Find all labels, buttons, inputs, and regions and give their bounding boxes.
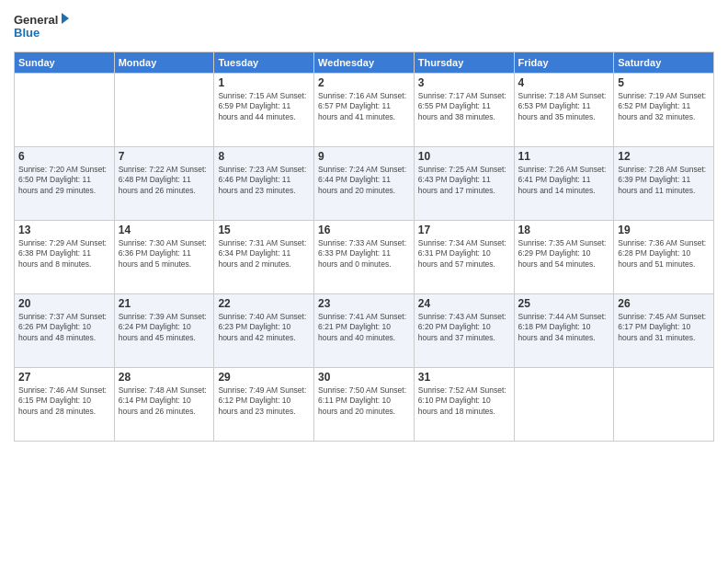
day-info: Sunrise: 7:34 AM Sunset: 6:31 PM Dayligh… xyxy=(418,238,510,270)
logo: General Blue xyxy=(14,9,69,46)
day-info: Sunrise: 7:46 AM Sunset: 6:15 PM Dayligh… xyxy=(18,385,110,417)
day-number: 6 xyxy=(18,150,110,163)
day-number: 30 xyxy=(318,371,410,384)
col-header-wednesday: Wednesday xyxy=(314,52,415,74)
svg-marker-2 xyxy=(62,13,69,24)
day-info: Sunrise: 7:29 AM Sunset: 6:38 PM Dayligh… xyxy=(18,238,110,270)
day-info: Sunrise: 7:40 AM Sunset: 6:23 PM Dayligh… xyxy=(218,312,310,343)
day-cell: 4Sunrise: 7:18 AM Sunset: 6:53 PM Daylig… xyxy=(514,74,614,147)
day-info: Sunrise: 7:37 AM Sunset: 6:26 PM Dayligh… xyxy=(18,312,110,343)
day-number: 24 xyxy=(418,297,510,310)
day-number: 8 xyxy=(218,150,310,163)
day-number: 14 xyxy=(119,224,210,236)
day-info: Sunrise: 7:25 AM Sunset: 6:43 PM Dayligh… xyxy=(418,165,510,196)
header: General Blue xyxy=(14,9,714,46)
day-number: 19 xyxy=(618,224,710,236)
day-info: Sunrise: 7:39 AM Sunset: 6:24 PM Dayligh… xyxy=(119,312,210,343)
day-info: Sunrise: 7:26 AM Sunset: 6:41 PM Dayligh… xyxy=(518,165,610,196)
day-cell: 19Sunrise: 7:36 AM Sunset: 6:28 PM Dayli… xyxy=(614,221,714,294)
day-number: 15 xyxy=(218,224,310,236)
day-number: 23 xyxy=(318,297,410,310)
day-cell: 31Sunrise: 7:52 AM Sunset: 6:10 PM Dayli… xyxy=(414,368,514,442)
day-cell: 10Sunrise: 7:25 AM Sunset: 6:43 PM Dayli… xyxy=(414,147,514,221)
day-number: 10 xyxy=(418,150,510,163)
col-header-thursday: Thursday xyxy=(414,52,514,74)
svg-text:Blue: Blue xyxy=(14,26,40,40)
day-cell xyxy=(114,74,214,147)
day-info: Sunrise: 7:28 AM Sunset: 6:39 PM Dayligh… xyxy=(618,165,710,196)
day-cell: 24Sunrise: 7:43 AM Sunset: 6:20 PM Dayli… xyxy=(414,294,514,368)
day-cell: 8Sunrise: 7:23 AM Sunset: 6:46 PM Daylig… xyxy=(214,147,314,221)
day-cell: 5Sunrise: 7:19 AM Sunset: 6:52 PM Daylig… xyxy=(614,74,714,147)
day-info: Sunrise: 7:52 AM Sunset: 6:10 PM Dayligh… xyxy=(418,385,510,417)
week-row-4: 20Sunrise: 7:37 AM Sunset: 6:26 PM Dayli… xyxy=(15,294,714,368)
day-info: Sunrise: 7:23 AM Sunset: 6:46 PM Dayligh… xyxy=(218,165,310,196)
week-row-3: 13Sunrise: 7:29 AM Sunset: 6:38 PM Dayli… xyxy=(15,221,714,294)
day-number: 20 xyxy=(18,297,110,310)
day-info: Sunrise: 7:48 AM Sunset: 6:14 PM Dayligh… xyxy=(119,385,210,417)
day-cell: 17Sunrise: 7:34 AM Sunset: 6:31 PM Dayli… xyxy=(414,221,514,294)
day-number: 13 xyxy=(18,224,110,236)
day-cell: 11Sunrise: 7:26 AM Sunset: 6:41 PM Dayli… xyxy=(514,147,614,221)
day-cell: 28Sunrise: 7:48 AM Sunset: 6:14 PM Dayli… xyxy=(114,368,214,442)
day-cell: 23Sunrise: 7:41 AM Sunset: 6:21 PM Dayli… xyxy=(314,294,415,368)
day-number: 25 xyxy=(518,297,610,310)
col-header-sunday: Sunday xyxy=(15,52,115,74)
week-row-2: 6Sunrise: 7:20 AM Sunset: 6:50 PM Daylig… xyxy=(15,147,714,221)
day-number: 4 xyxy=(518,76,610,89)
day-cell: 22Sunrise: 7:40 AM Sunset: 6:23 PM Dayli… xyxy=(214,294,314,368)
day-cell: 18Sunrise: 7:35 AM Sunset: 6:29 PM Dayli… xyxy=(514,221,614,294)
day-cell: 20Sunrise: 7:37 AM Sunset: 6:26 PM Dayli… xyxy=(15,294,115,368)
day-info: Sunrise: 7:16 AM Sunset: 6:57 PM Dayligh… xyxy=(318,91,410,122)
day-number: 28 xyxy=(119,371,210,384)
day-info: Sunrise: 7:41 AM Sunset: 6:21 PM Dayligh… xyxy=(318,312,410,343)
day-cell xyxy=(614,368,714,442)
day-number: 27 xyxy=(18,371,110,384)
day-info: Sunrise: 7:31 AM Sunset: 6:34 PM Dayligh… xyxy=(218,238,310,270)
day-info: Sunrise: 7:35 AM Sunset: 6:29 PM Dayligh… xyxy=(518,238,610,270)
day-cell: 12Sunrise: 7:28 AM Sunset: 6:39 PM Dayli… xyxy=(614,147,714,221)
week-row-1: 1Sunrise: 7:15 AM Sunset: 6:59 PM Daylig… xyxy=(15,74,714,147)
day-cell: 2Sunrise: 7:16 AM Sunset: 6:57 PM Daylig… xyxy=(314,74,415,147)
day-number: 21 xyxy=(119,297,210,310)
day-cell: 29Sunrise: 7:49 AM Sunset: 6:12 PM Dayli… xyxy=(214,368,314,442)
day-info: Sunrise: 7:50 AM Sunset: 6:11 PM Dayligh… xyxy=(318,385,410,417)
day-cell: 27Sunrise: 7:46 AM Sunset: 6:15 PM Dayli… xyxy=(15,368,115,442)
day-number: 11 xyxy=(518,150,610,163)
day-info: Sunrise: 7:36 AM Sunset: 6:28 PM Dayligh… xyxy=(618,238,710,270)
day-cell xyxy=(514,368,614,442)
day-number: 5 xyxy=(618,76,710,89)
col-header-friday: Friday xyxy=(514,52,614,74)
day-number: 3 xyxy=(418,76,510,89)
day-number: 9 xyxy=(318,150,410,163)
day-number: 12 xyxy=(618,150,710,163)
day-info: Sunrise: 7:18 AM Sunset: 6:53 PM Dayligh… xyxy=(518,91,610,122)
col-header-saturday: Saturday xyxy=(614,52,714,74)
day-number: 2 xyxy=(318,76,410,89)
day-cell: 1Sunrise: 7:15 AM Sunset: 6:59 PM Daylig… xyxy=(214,74,314,147)
header-row: SundayMondayTuesdayWednesdayThursdayFrid… xyxy=(15,52,714,74)
day-cell: 13Sunrise: 7:29 AM Sunset: 6:38 PM Dayli… xyxy=(15,221,115,294)
day-info: Sunrise: 7:22 AM Sunset: 6:48 PM Dayligh… xyxy=(119,165,210,196)
day-cell: 30Sunrise: 7:50 AM Sunset: 6:11 PM Dayli… xyxy=(314,368,415,442)
day-number: 18 xyxy=(518,224,610,236)
day-info: Sunrise: 7:15 AM Sunset: 6:59 PM Dayligh… xyxy=(218,91,310,122)
day-cell: 9Sunrise: 7:24 AM Sunset: 6:44 PM Daylig… xyxy=(314,147,415,221)
day-number: 1 xyxy=(218,76,310,89)
day-number: 22 xyxy=(218,297,310,310)
svg-text:General: General xyxy=(14,13,58,27)
day-info: Sunrise: 7:17 AM Sunset: 6:55 PM Dayligh… xyxy=(418,91,510,122)
day-info: Sunrise: 7:44 AM Sunset: 6:18 PM Dayligh… xyxy=(518,312,610,343)
day-cell: 15Sunrise: 7:31 AM Sunset: 6:34 PM Dayli… xyxy=(214,221,314,294)
day-info: Sunrise: 7:19 AM Sunset: 6:52 PM Dayligh… xyxy=(618,91,710,122)
day-info: Sunrise: 7:20 AM Sunset: 6:50 PM Dayligh… xyxy=(18,165,110,196)
day-info: Sunrise: 7:33 AM Sunset: 6:33 PM Dayligh… xyxy=(318,238,410,270)
day-cell: 21Sunrise: 7:39 AM Sunset: 6:24 PM Dayli… xyxy=(114,294,214,368)
day-cell: 6Sunrise: 7:20 AM Sunset: 6:50 PM Daylig… xyxy=(15,147,115,221)
day-info: Sunrise: 7:30 AM Sunset: 6:36 PM Dayligh… xyxy=(119,238,210,270)
day-cell: 7Sunrise: 7:22 AM Sunset: 6:48 PM Daylig… xyxy=(114,147,214,221)
day-info: Sunrise: 7:43 AM Sunset: 6:20 PM Dayligh… xyxy=(418,312,510,343)
day-info: Sunrise: 7:49 AM Sunset: 6:12 PM Dayligh… xyxy=(218,385,310,417)
day-cell: 3Sunrise: 7:17 AM Sunset: 6:55 PM Daylig… xyxy=(414,74,514,147)
day-number: 29 xyxy=(218,371,310,384)
